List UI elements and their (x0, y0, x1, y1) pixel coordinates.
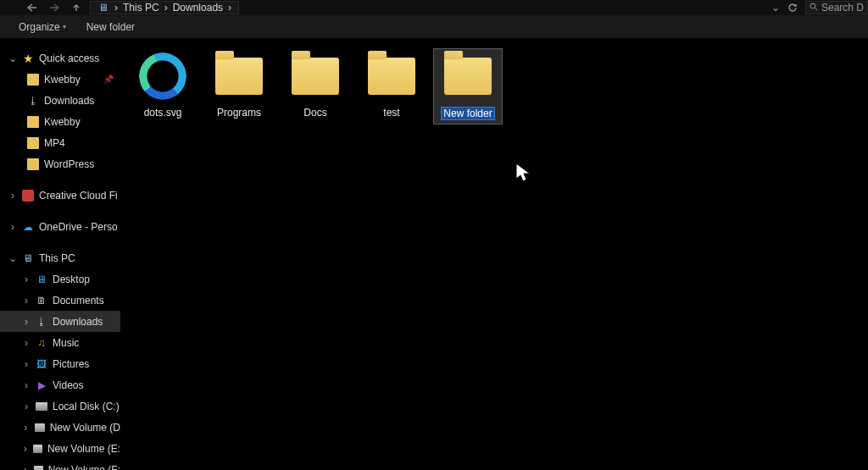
new-folder-label: New folder (86, 21, 135, 33)
disk-icon (36, 402, 47, 411)
sidebar-item-label: WordPress (44, 158, 94, 170)
sidebar-item-label: MP4 (44, 137, 65, 149)
folder-icon (292, 53, 339, 100)
sidebar-item-label: Kwebby (44, 74, 81, 86)
content-pane[interactable]: dots.svg Programs Docs test New folder (120, 39, 868, 470)
chevron-down-icon[interactable]: ⌄ (771, 2, 780, 14)
disk-icon (35, 423, 45, 432)
pc-icon: 🖥 (22, 252, 34, 264)
sidebar-item-label: Kwebby (44, 116, 81, 128)
item-label: test (383, 107, 399, 119)
organize-button[interactable]: Organize ▾ (19, 21, 66, 33)
sidebar-item-kwebby-2[interactable]: Kwebby (0, 111, 120, 132)
sidebar-item-label: Music (53, 337, 79, 349)
chevron-right-icon: › (22, 316, 31, 328)
folder-item-test[interactable]: test (358, 49, 426, 124)
sidebar-item-documents[interactable]: › 🗎 Documents (0, 290, 120, 311)
chevron-right-icon: › (8, 221, 17, 233)
crumb-this-pc[interactable]: This PC (123, 2, 159, 14)
forward-button[interactable] (46, 2, 63, 14)
chevron-right-icon: › (22, 295, 31, 307)
chevron-right-icon: › (22, 422, 30, 434)
disk-icon (34, 466, 43, 471)
pc-icon: 🖥 (97, 2, 109, 14)
sidebar-item-downloads[interactable]: ⭳ Downloads (0, 90, 120, 111)
pin-icon: 📌 (103, 75, 114, 84)
chevron-down-icon: ▾ (63, 23, 66, 30)
item-rename-input[interactable]: New folder (441, 107, 494, 120)
address-bar: 🖥 › This PC › Downloads › ⌄ Search D (0, 0, 868, 15)
search-input[interactable]: Search D (805, 1, 868, 14)
folder-icon (27, 158, 39, 170)
sidebar-item-volume-d[interactable]: › New Volume (D (0, 417, 120, 438)
sidebar-item-wordpress[interactable]: WordPress (0, 153, 120, 174)
sidebar-item-label: This PC (39, 252, 75, 264)
sidebar-creative-cloud[interactable]: › Creative Cloud Fi (0, 185, 120, 206)
sidebar-item-local-disk-c[interactable]: › Local Disk (C:) (0, 395, 120, 417)
sidebar-item-label: New Volume (D (50, 422, 120, 434)
folder-icon (444, 53, 492, 100)
chevron-right-icon: › (22, 401, 31, 412)
sidebar-item-kwebby[interactable]: Kwebby 📌 (0, 69, 120, 90)
chevron-right-icon: › (22, 337, 31, 349)
crumb-sep: › (114, 2, 118, 14)
up-button[interactable] (68, 2, 85, 14)
nav-tree: ⌄ ★ Quick access Kwebby 📌 ⭳ Downloads Kw… (0, 39, 120, 470)
creative-cloud-icon (22, 190, 34, 202)
items-grid: dots.svg Programs Docs test New folder (129, 49, 860, 124)
sidebar-item-label: Pictures (53, 358, 89, 370)
sidebar-item-label: Desktop (53, 274, 90, 285)
file-item-dots-svg[interactable]: dots.svg (129, 49, 197, 124)
folder-icon (215, 53, 263, 100)
chevron-right-icon: › (8, 190, 17, 202)
chevron-right-icon: › (22, 443, 28, 455)
folder-item-docs[interactable]: Docs (281, 49, 349, 124)
edge-icon (139, 53, 186, 100)
chevron-down-icon: ⌄ (8, 252, 17, 264)
new-folder-button[interactable]: New folder (86, 21, 135, 33)
folder-item-new-folder[interactable]: New folder (434, 49, 502, 124)
crumb-downloads[interactable]: Downloads (173, 2, 223, 14)
chevron-right-icon: › (22, 379, 31, 391)
sidebar-item-label: Creative Cloud Fi (39, 190, 118, 202)
sidebar-item-label: Documents (53, 295, 104, 307)
refresh-button[interactable] (785, 1, 800, 14)
sidebar-item-downloads-pc[interactable]: › ⭳ Downloads (0, 311, 120, 332)
sidebar-item-volume-f[interactable]: › New Volume (F: (0, 459, 120, 470)
folder-icon (368, 53, 415, 100)
folder-icon (27, 137, 39, 149)
search-placeholder: Search D (821, 2, 864, 14)
search-icon (810, 2, 818, 14)
folder-item-programs[interactable]: Programs (205, 49, 273, 124)
item-label: Docs (303, 107, 326, 119)
svg-point-0 (810, 3, 815, 8)
command-bar: Organize ▾ New folder (0, 15, 868, 39)
back-button[interactable] (24, 2, 41, 14)
sidebar-this-pc[interactable]: ⌄ 🖥 This PC (0, 247, 120, 268)
sidebar-item-mp4[interactable]: MP4 (0, 132, 120, 153)
item-label: Programs (217, 107, 261, 119)
download-icon: ⭳ (27, 95, 39, 107)
disk-icon (33, 445, 42, 453)
sidebar-item-pictures[interactable]: › 🖼 Pictures (0, 353, 120, 374)
folder-icon (27, 74, 39, 86)
sidebar-item-volume-e[interactable]: › New Volume (E: (0, 438, 120, 459)
download-icon: ⭳ (36, 316, 47, 328)
chevron-right-icon: › (22, 274, 31, 285)
sidebar-item-label: New Volume (F: (48, 464, 120, 471)
chevron-down-icon: ⌄ (8, 53, 17, 64)
breadcrumb[interactable]: 🖥 › This PC › Downloads › (90, 1, 239, 14)
music-icon: ♫ (36, 337, 47, 349)
sidebar-item-music[interactable]: › ♫ Music (0, 332, 120, 353)
sidebar-item-desktop[interactable]: › 🖥 Desktop (0, 268, 120, 290)
sidebar-onedrive[interactable]: › ☁ OneDrive - Perso (0, 216, 120, 237)
item-label: dots.svg (144, 107, 182, 119)
quick-access-label: Quick access (39, 53, 99, 64)
videos-icon: ▶ (36, 379, 47, 391)
documents-icon: 🗎 (36, 295, 47, 307)
sidebar-item-label: Downloads (53, 316, 103, 328)
organize-label: Organize (19, 21, 60, 33)
sidebar-quick-access[interactable]: ⌄ ★ Quick access (0, 47, 120, 69)
desktop-icon: 🖥 (36, 274, 47, 285)
sidebar-item-videos[interactable]: › ▶ Videos (0, 374, 120, 395)
